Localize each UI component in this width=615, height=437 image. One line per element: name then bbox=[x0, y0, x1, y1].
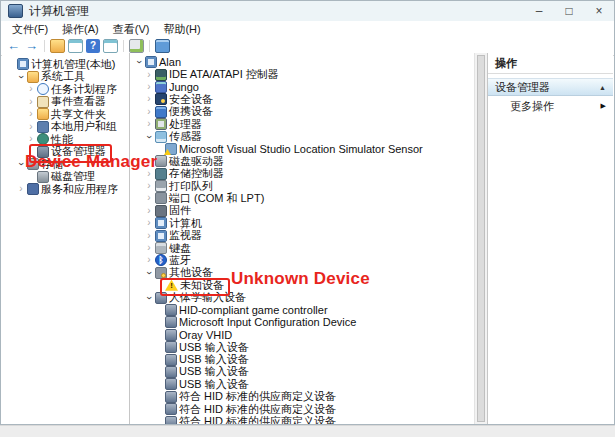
back-icon[interactable]: ← bbox=[6, 39, 21, 53]
chevron-expanded-icon[interactable]: › bbox=[144, 293, 154, 303]
hid-device-icon bbox=[165, 378, 177, 390]
window-chrome: 计算机管理 – □ × 文件(F)操作(A)查看(V)帮助(H) ←→? ›计算… bbox=[0, 0, 615, 425]
chevron-collapsed-icon[interactable]: › bbox=[144, 193, 154, 203]
hid-device-icon bbox=[165, 416, 177, 424]
chevron-collapsed-icon[interactable]: › bbox=[144, 206, 154, 216]
chevron-expanded-icon[interactable]: › bbox=[144, 268, 154, 278]
annotation-label-device-manager: Device Manager bbox=[25, 152, 157, 172]
actions-pane: 操作 设备管理器 ▲ 更多操作 ▶ bbox=[487, 53, 613, 424]
forward-icon[interactable]: → bbox=[24, 39, 39, 53]
chevron-expanded-icon[interactable]: › bbox=[16, 72, 26, 82]
chevron-expanded-icon[interactable]: › bbox=[144, 132, 154, 142]
tree-row[interactable]: ›服务和应用程序 bbox=[2, 183, 129, 196]
ide-controller-icon bbox=[155, 69, 167, 81]
sensors-icon bbox=[155, 131, 167, 143]
close-button[interactable]: × bbox=[584, 1, 614, 21]
menu-item[interactable]: 操作(A) bbox=[55, 22, 106, 37]
toolbar-separator bbox=[44, 40, 45, 52]
maximize-button[interactable]: □ bbox=[554, 1, 584, 21]
device-tree: ›Alan›IDE ATA/ATAPI 控制器›Jungo›安全设备›便携设备›… bbox=[130, 56, 487, 424]
remote-desktop-icon[interactable] bbox=[155, 39, 170, 53]
minimize-button[interactable]: – bbox=[524, 1, 554, 21]
chevron-collapsed-icon[interactable]: › bbox=[144, 231, 154, 241]
sensor-warning-icon bbox=[165, 143, 177, 155]
device-tree-pane: ›Alan›IDE ATA/ATAPI 控制器›Jungo›安全设备›便携设备›… bbox=[130, 53, 487, 424]
disk-management-icon bbox=[37, 171, 49, 183]
hid-device-icon bbox=[165, 304, 177, 316]
tree-row[interactable]: ›IDE ATA/ATAPI 控制器 bbox=[130, 68, 487, 80]
chevron-collapsed-icon[interactable]: › bbox=[144, 107, 154, 117]
hid-device-icon bbox=[165, 329, 177, 341]
tree-row[interactable]: ›Microsoft Input Configuration Device bbox=[130, 316, 487, 328]
tree-row-label: Microsoft Input Configuration Device bbox=[179, 316, 356, 328]
chevron-collapsed-icon[interactable]: › bbox=[144, 119, 154, 129]
local-users-groups-icon bbox=[37, 121, 49, 133]
portable-devices-icon bbox=[155, 106, 167, 118]
window-title: 计算机管理 bbox=[29, 3, 89, 20]
folder-icon[interactable] bbox=[50, 39, 65, 53]
chevron-collapsed-icon[interactable]: › bbox=[144, 255, 154, 265]
chevron-collapsed-icon[interactable]: › bbox=[16, 184, 26, 194]
computer-icon bbox=[145, 56, 157, 68]
chevron-collapsed-icon[interactable]: › bbox=[26, 97, 36, 107]
chevron-collapsed-icon[interactable]: › bbox=[144, 94, 154, 104]
menu-item[interactable]: 查看(V) bbox=[106, 22, 157, 37]
toolbar-separator bbox=[149, 40, 150, 52]
chevron-collapsed-icon[interactable]: › bbox=[26, 84, 36, 94]
computer-management-icon bbox=[17, 58, 29, 70]
submenu-arrow-icon: ▶ bbox=[601, 102, 606, 110]
hid-device-icon bbox=[165, 366, 177, 378]
chevron-collapsed-icon[interactable]: › bbox=[144, 243, 154, 253]
console-tree-pane: ›计算机管理(本地)›系统工具›任务计划程序›事件查看器›共享文件夹›本地用户和… bbox=[2, 53, 130, 424]
chevron-expanded-icon[interactable]: › bbox=[134, 57, 144, 67]
scan-hardware-changes-icon[interactable] bbox=[129, 39, 144, 53]
window-controls: – □ × bbox=[524, 1, 614, 21]
chevron-collapsed-icon[interactable]: › bbox=[26, 134, 36, 144]
hid-device-icon bbox=[165, 316, 177, 328]
computer-category-icon bbox=[155, 217, 167, 229]
chevron-collapsed-icon[interactable]: › bbox=[144, 181, 154, 191]
tree-row-label: 传感器 bbox=[169, 129, 202, 144]
security-devices-icon bbox=[155, 93, 167, 105]
menu-bar: 文件(F)操作(A)查看(V)帮助(H) bbox=[1, 21, 614, 37]
tree-row[interactable]: ›符合 HID 标准的供应商定义设备 bbox=[130, 415, 487, 424]
toolbar-separator bbox=[123, 40, 124, 52]
menu-item[interactable]: 文件(F) bbox=[5, 22, 55, 37]
help-icon[interactable]: ? bbox=[86, 39, 100, 53]
chevron-collapsed-icon[interactable]: › bbox=[144, 82, 154, 92]
more-actions-item[interactable]: 更多操作 ▶ bbox=[488, 96, 613, 116]
shared-folders-icon bbox=[37, 108, 49, 120]
keyboards-icon bbox=[155, 242, 167, 254]
chevron-collapsed-icon[interactable]: › bbox=[26, 122, 36, 132]
scrollbar-thumb[interactable] bbox=[477, 55, 485, 422]
tree-row-label: 服务和应用程序 bbox=[41, 182, 118, 197]
event-viewer-icon bbox=[37, 96, 49, 108]
ports-icon bbox=[155, 192, 167, 204]
tree-row[interactable]: ›HID-compliant game controller bbox=[130, 304, 487, 316]
chevron-collapsed-icon[interactable]: › bbox=[26, 109, 36, 119]
bottom-strip bbox=[0, 425, 615, 437]
chevron-collapsed-icon[interactable]: › bbox=[144, 70, 154, 80]
jungo-icon bbox=[155, 81, 167, 93]
annotation-label-unknown-device: Unknown Device bbox=[231, 269, 370, 289]
computer-management-app-icon bbox=[8, 4, 23, 18]
vertical-scrollbar[interactable] bbox=[474, 53, 487, 424]
console-tree-icon[interactable] bbox=[68, 39, 83, 53]
hid-device-icon bbox=[165, 391, 177, 403]
chevron-collapsed-icon[interactable]: › bbox=[144, 218, 154, 228]
collapse-chevron-icon[interactable]: ▲ bbox=[599, 84, 606, 91]
actions-group-device-manager[interactable]: 设备管理器 ▲ bbox=[488, 78, 613, 96]
title-bar: 计算机管理 – □ × bbox=[1, 1, 614, 21]
hid-device-icon bbox=[165, 354, 177, 366]
annotation-box-unknown-device bbox=[160, 278, 230, 296]
hid-device-icon bbox=[165, 403, 177, 415]
hid-device-icon bbox=[165, 341, 177, 353]
computer-management-window: 计算机管理 – □ × 文件(F)操作(A)查看(V)帮助(H) ←→? ›计算… bbox=[0, 0, 615, 437]
menu-item[interactable]: 帮助(H) bbox=[156, 22, 207, 37]
content-area: ›计算机管理(本地)›系统工具›任务计划程序›事件查看器›共享文件夹›本地用户和… bbox=[2, 53, 613, 424]
task-scheduler-icon bbox=[37, 83, 49, 95]
tree-row[interactable]: ›传感器 bbox=[130, 130, 487, 142]
more-actions-label: 更多操作 bbox=[510, 99, 554, 114]
tree-row-label: HID-compliant game controller bbox=[179, 304, 328, 316]
properties-window-icon[interactable] bbox=[103, 39, 118, 53]
